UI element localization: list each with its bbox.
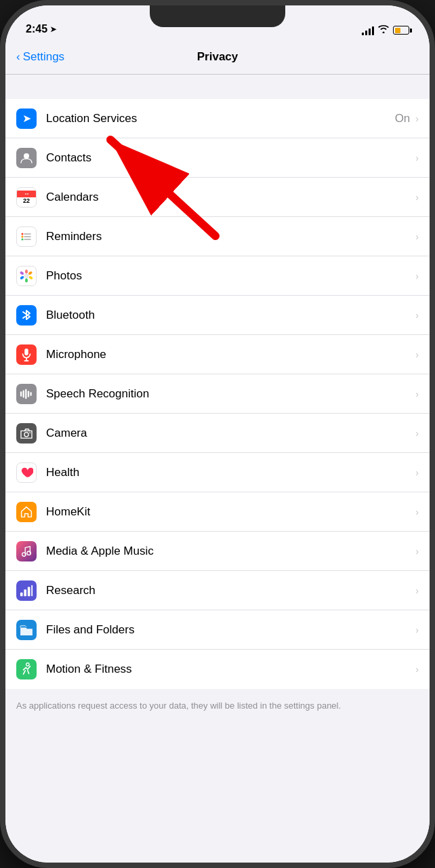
camera-icon bbox=[16, 423, 37, 443]
homekit-label: HomeKit bbox=[46, 505, 414, 519]
location-services-icon: ➤ bbox=[16, 108, 37, 129]
contacts-icon bbox=[16, 148, 37, 168]
chevron-right-icon: › bbox=[415, 507, 419, 517]
settings-item-health[interactable]: Health › bbox=[5, 453, 430, 492]
speech-recognition-icon bbox=[16, 384, 37, 404]
settings-list: ➤ Location Services On › Contacts bbox=[5, 99, 430, 689]
research-label: Research bbox=[46, 584, 414, 597]
svg-point-12 bbox=[28, 275, 33, 279]
back-label: Settings bbox=[23, 50, 64, 64]
phone-frame: 2:45 ➤ bbox=[0, 0, 435, 868]
time-display: 2:45 bbox=[26, 23, 47, 35]
settings-item-homekit[interactable]: HomeKit › bbox=[5, 492, 430, 532]
microphone-icon bbox=[16, 344, 37, 365]
svg-point-10 bbox=[25, 269, 28, 273]
content-scroll[interactable]: ➤ Location Services On › Contacts bbox=[5, 75, 430, 863]
svg-rect-21 bbox=[23, 390, 24, 397]
reminders-icon bbox=[16, 226, 37, 247]
fitness-icon bbox=[16, 659, 37, 679]
chevron-right-icon: › bbox=[415, 192, 419, 203]
status-time: 2:45 ➤ bbox=[26, 23, 56, 35]
contacts-label: Contacts bbox=[46, 151, 414, 165]
back-button[interactable]: ‹ Settings bbox=[16, 50, 64, 64]
chevron-right-icon: › bbox=[415, 310, 419, 321]
chevron-right-icon: › bbox=[415, 113, 419, 124]
settings-item-reminders[interactable]: Reminders › bbox=[5, 217, 430, 256]
camera-label: Camera bbox=[46, 427, 414, 440]
nav-header: ‹ Settings Privacy bbox=[5, 39, 430, 75]
chevron-right-icon: › bbox=[415, 153, 419, 163]
chevron-right-icon: › bbox=[415, 389, 419, 399]
svg-point-16 bbox=[24, 274, 28, 278]
calendars-icon: 22 bbox=[16, 187, 37, 208]
chevron-right-icon: › bbox=[415, 428, 419, 439]
reminders-label: Reminders bbox=[46, 230, 414, 243]
settings-item-microphone[interactable]: Microphone › bbox=[5, 335, 430, 374]
svg-point-13 bbox=[25, 278, 28, 282]
photos-label: Photos bbox=[46, 269, 414, 283]
chevron-right-icon: › bbox=[415, 271, 419, 281]
research-icon bbox=[16, 580, 37, 601]
chevron-right-icon: › bbox=[415, 585, 419, 596]
location-arrow-icon: ➤ bbox=[50, 25, 56, 34]
settings-item-fitness[interactable]: Motion & Fitness › bbox=[5, 650, 430, 689]
svg-rect-31 bbox=[28, 587, 30, 596]
svg-point-4 bbox=[22, 235, 24, 237]
footer-text: As applications request access to your d… bbox=[16, 701, 341, 711]
settings-item-location-services[interactable]: ➤ Location Services On › bbox=[5, 99, 430, 138]
chevron-right-icon: › bbox=[415, 546, 419, 557]
media-label: Media & Apple Music bbox=[46, 545, 414, 558]
bluetooth-icon bbox=[16, 305, 37, 326]
svg-point-14 bbox=[20, 275, 24, 279]
settings-item-photos[interactable]: Photos › bbox=[5, 256, 430, 296]
settings-item-camera[interactable]: Camera › bbox=[5, 414, 430, 453]
files-label: Files and Folders bbox=[46, 623, 414, 637]
svg-rect-23 bbox=[28, 391, 29, 397]
settings-item-speech[interactable]: Speech Recognition › bbox=[5, 374, 430, 414]
svg-point-5 bbox=[22, 238, 24, 240]
chevron-right-icon: › bbox=[415, 349, 419, 360]
media-apple-music-icon bbox=[16, 541, 37, 561]
chevron-right-icon: › bbox=[415, 625, 419, 635]
settings-item-bluetooth[interactable]: Bluetooth › bbox=[5, 296, 430, 335]
files-icon bbox=[16, 620, 37, 640]
chevron-right-icon: › bbox=[415, 664, 419, 675]
settings-item-research[interactable]: Research › bbox=[5, 571, 430, 610]
chevron-left-icon: ‹ bbox=[16, 50, 20, 64]
fitness-label: Motion & Fitness bbox=[46, 663, 414, 676]
photos-icon bbox=[16, 266, 37, 286]
svg-point-26 bbox=[29, 432, 30, 433]
svg-rect-30 bbox=[24, 589, 26, 596]
svg-rect-29 bbox=[20, 592, 23, 595]
health-icon bbox=[16, 462, 37, 483]
svg-rect-22 bbox=[25, 389, 26, 399]
svg-rect-24 bbox=[30, 392, 31, 395]
settings-item-calendars[interactable]: 22 Calendars › bbox=[5, 178, 430, 217]
health-label: Health bbox=[46, 466, 414, 479]
location-services-value: On bbox=[395, 112, 411, 125]
section-spacer bbox=[5, 75, 430, 99]
svg-rect-32 bbox=[31, 585, 33, 595]
settings-item-files[interactable]: Files and Folders › bbox=[5, 610, 430, 650]
settings-item-media[interactable]: Media & Apple Music › bbox=[5, 532, 430, 571]
notch bbox=[150, 5, 285, 27]
svg-point-33 bbox=[26, 663, 30, 667]
phone-screen: 2:45 ➤ bbox=[5, 5, 430, 863]
settings-item-contacts[interactable]: Contacts › bbox=[5, 138, 430, 178]
chevron-right-icon: › bbox=[415, 231, 419, 242]
svg-point-25 bbox=[24, 432, 28, 436]
battery-icon bbox=[393, 26, 409, 35]
svg-point-11 bbox=[28, 271, 33, 275]
signal-icon bbox=[362, 26, 374, 35]
footer-note: As applications request access to your d… bbox=[5, 689, 430, 723]
microphone-label: Microphone bbox=[46, 348, 414, 361]
svg-point-2 bbox=[24, 153, 29, 159]
chevron-right-icon: › bbox=[415, 467, 419, 478]
homekit-icon bbox=[16, 502, 37, 522]
svg-rect-20 bbox=[20, 391, 22, 396]
status-icons bbox=[362, 25, 409, 35]
location-services-label: Location Services bbox=[46, 112, 395, 125]
wifi-icon bbox=[378, 25, 389, 35]
svg-point-3 bbox=[22, 233, 24, 235]
bluetooth-label: Bluetooth bbox=[46, 309, 414, 322]
